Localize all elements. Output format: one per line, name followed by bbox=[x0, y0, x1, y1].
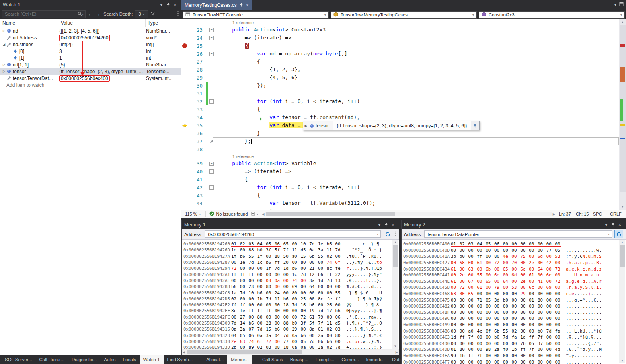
breakpoint-gutter[interactable] bbox=[181, 26, 188, 34]
breakpoint-gutter[interactable] bbox=[181, 207, 188, 210]
scrollbar-thumb[interactable] bbox=[393, 245, 398, 267]
horizontal-scrollbar[interactable]: ◀ ▶ bbox=[262, 212, 555, 216]
pin-icon[interactable] bbox=[471, 121, 479, 130]
breakpoint-gutter[interactable] bbox=[181, 199, 188, 207]
expander-icon[interactable]: ◢ bbox=[2, 43, 6, 46]
collapse-icon[interactable]: − bbox=[209, 52, 214, 56]
code-line[interactable]: 23− public Action<int> Constant2x3 bbox=[181, 26, 626, 34]
scroll-up-icon[interactable]: ▲ bbox=[392, 241, 398, 244]
breakpoint-gutter[interactable] bbox=[181, 175, 188, 183]
chevron-down-icon[interactable]: ▾ bbox=[376, 220, 383, 229]
column-header-type[interactable]: Type bbox=[146, 19, 181, 27]
datatip-name[interactable]: tensor bbox=[314, 123, 333, 128]
expander-icon[interactable]: ▷ bbox=[2, 63, 6, 66]
tool-window-tab[interactable]: Watch 1 bbox=[140, 355, 164, 364]
breakpoint-gutter[interactable] bbox=[181, 121, 188, 129]
breakpoint-gutter[interactable] bbox=[181, 66, 188, 74]
memory-row[interactable]: 0x000002556B0EC441002e0055006e006d006100… bbox=[403, 272, 619, 278]
memory-row[interactable]: 0x000002556B1943097d14b600280088b03f5f7f… bbox=[183, 320, 392, 326]
address-combo[interactable]: ▾ bbox=[205, 230, 381, 238]
collapse-icon[interactable]: − bbox=[209, 185, 214, 190]
breakpoint-gutter[interactable] bbox=[181, 105, 188, 113]
memory-row[interactable]: 0x000002556B0EC4DD01800000982af01bff7f00… bbox=[403, 346, 619, 353]
breakpoint-gutter[interactable] bbox=[181, 50, 188, 58]
pin-icon[interactable] bbox=[165, 0, 172, 9]
scroll-up-icon[interactable]: ▲ bbox=[619, 241, 625, 244]
scroll-left-icon[interactable]: ◀ bbox=[183, 350, 185, 354]
health-indicator[interactable]: No issues found bbox=[209, 211, 248, 217]
memory-row[interactable]: 0x000002556B1942BBb600230080000069006400… bbox=[183, 284, 392, 290]
code-line[interactable]: 41 { bbox=[181, 175, 626, 183]
memory-row[interactable]: 0x000002556B0EC4EA991bff7f00000000000000… bbox=[403, 353, 619, 359]
tool-window-tab[interactable]: Diagnostic... bbox=[68, 355, 100, 364]
filter-icon[interactable] bbox=[150, 10, 155, 18]
collapse-icon[interactable]: − bbox=[209, 36, 214, 40]
column-header-name[interactable]: Name bbox=[0, 19, 59, 27]
expander-icon[interactable]: ▷ bbox=[2, 29, 6, 33]
code-line[interactable]: 31 bbox=[181, 90, 626, 97]
codelens-references[interactable]: 1 reference bbox=[232, 154, 254, 159]
watch-row[interactable]: [0]3int bbox=[0, 48, 181, 55]
memory-row[interactable]: 0x000002556B0EC47500000071053db000000180… bbox=[403, 297, 619, 303]
eol-indicator[interactable]: CRLF bbox=[610, 212, 624, 216]
address-combo[interactable]: ▾ bbox=[424, 230, 612, 238]
tool-window-tab[interactable]: SQL Server... bbox=[1, 355, 36, 364]
zoom-select[interactable]: 115 %▾ bbox=[184, 212, 202, 216]
memory-row[interactable]: 0x000002556B1942D50200001b7d11b60025008c… bbox=[183, 296, 392, 302]
horizontal-scrollbar[interactable]: ◀ ▶ bbox=[182, 349, 399, 355]
memory-row[interactable]: 0x000002556B1942FC0027008000000000726179… bbox=[183, 314, 392, 320]
scrollbar-thumb[interactable] bbox=[266, 212, 395, 216]
code-line[interactable]: 44 var tensor = tf.Variable(3112.0f); bbox=[181, 199, 626, 207]
code-line[interactable]: 40− => (iterate) => bbox=[181, 167, 626, 175]
scroll-up-icon[interactable]: ▲ bbox=[619, 21, 626, 24]
memory-row[interactable]: 0x000002556B1942E2ffff00000000187d16b600… bbox=[183, 302, 392, 308]
scroll-down-icon[interactable]: ▼ bbox=[392, 345, 398, 348]
memory-row[interactable]: 0x000002556B0EC434610063006b0065006e0064… bbox=[403, 266, 619, 272]
memory-row[interactable]: 0x000002556B194287001e7d1cb6ff2000800000… bbox=[183, 259, 392, 265]
vertical-scrollbar[interactable]: ▲ ▼ bbox=[392, 240, 398, 349]
codelens-references[interactable]: 1 reference bbox=[232, 20, 254, 25]
breakpoint-gutter[interactable] bbox=[181, 160, 188, 167]
memory-row[interactable]: 0x000002556B0EC4686300650000000000290000… bbox=[403, 291, 619, 297]
breakpoint-gutter[interactable] bbox=[181, 74, 188, 82]
close-icon[interactable]: × bbox=[390, 220, 396, 229]
memory-row[interactable]: 0x000002556B0EC4C31dff7f0000b07dfa1dff7f… bbox=[403, 334, 619, 341]
code-line[interactable]: 29 {4, 5, 6} bbox=[181, 74, 626, 82]
refresh-button[interactable] bbox=[383, 230, 392, 238]
code-line[interactable]: 25 { bbox=[181, 42, 626, 50]
window-list-icon[interactable] bbox=[619, 2, 624, 7]
project-dropdown[interactable]: TensorFlowNET.Console ▾ bbox=[183, 11, 329, 19]
code-line[interactable]: 30 }); bbox=[181, 82, 626, 90]
vertical-scrollbar[interactable]: ▲ ▼ bbox=[619, 240, 625, 363]
memory-row[interactable]: 0x000002556B0EC4D000000000000000007b0537… bbox=[403, 341, 619, 347]
member-dropdown[interactable]: Constant2x3 ▾ bbox=[479, 11, 625, 19]
collapse-icon[interactable]: − bbox=[209, 99, 214, 104]
search-prev-icon[interactable]: ← bbox=[88, 11, 93, 17]
scroll-left-icon[interactable]: ◀ bbox=[262, 212, 264, 216]
code-line[interactable]: 33 { bbox=[181, 105, 626, 113]
memory-row[interactable]: 0x000002556B1942EF8cfeffffff00000000197d… bbox=[183, 308, 392, 314]
code-line[interactable]: 43 { bbox=[181, 191, 626, 199]
tool-window-tab[interactable]: Find Symb... bbox=[164, 355, 197, 364]
memory-row[interactable]: 0x000002556B19427A1fb6551f008850a0156b55… bbox=[183, 253, 392, 259]
chevron-down-icon[interactable]: ▾ bbox=[614, 2, 616, 7]
tool-window-tab[interactable]: Call Stack bbox=[259, 355, 287, 364]
close-icon[interactable]: × bbox=[172, 0, 178, 9]
tool-window-tab[interactable]: Immedi... bbox=[363, 355, 388, 364]
watch-row[interactable]: ◢nd.strides{int[2]}int[] bbox=[0, 41, 181, 48]
breakpoint-gutter[interactable] bbox=[181, 42, 188, 50]
search-next-icon[interactable]: → bbox=[95, 11, 101, 17]
refresh-button[interactable] bbox=[614, 230, 623, 238]
memory-row[interactable]: 0x000002556B0EC45B0072006100790053006c00… bbox=[403, 284, 619, 291]
tool-window-tab[interactable]: Output bbox=[388, 355, 401, 364]
breakpoint-gutter[interactable] bbox=[181, 58, 188, 66]
scroll-right-icon[interactable]: ▶ bbox=[553, 212, 555, 216]
chevron-down-icon[interactable]: ▾ bbox=[377, 232, 378, 236]
watch-row[interactable]: ▷tensor{tf.Tensor: shape=(2, 3), dtype=u… bbox=[0, 68, 181, 75]
watch-row[interactable]: Add item to watch bbox=[0, 82, 181, 88]
collapse-icon[interactable]: − bbox=[209, 169, 214, 174]
compare-files-control[interactable]: ▾ bbox=[251, 212, 258, 216]
memory-row[interactable]: 0x000002556B0EC48F0000000000000000000000… bbox=[403, 309, 619, 316]
memory-row[interactable]: 0x000002556B1943160a3a077d15b60029008a01… bbox=[183, 326, 392, 332]
memory-row[interactable]: 0x000002556B1942C81a7d10b600240080000000… bbox=[183, 290, 392, 296]
